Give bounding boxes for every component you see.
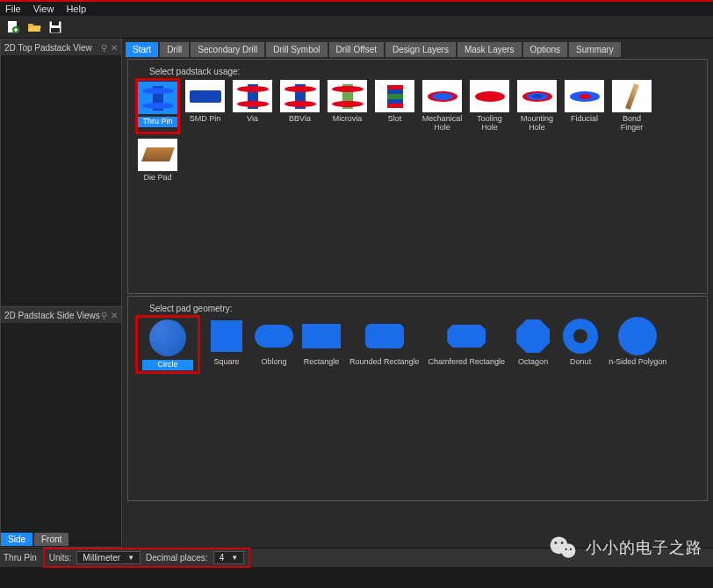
usage-mounting-hole[interactable]: Mounting Hole [516,80,558,133]
side-tab-side[interactable]: Side [1,533,32,546]
geom-octagon[interactable]: Octagon [514,317,552,367]
geom-shape [207,317,246,355]
usage-icon [422,80,462,112]
geom-label: n-Sided Polygon [609,358,666,367]
geom-shape [561,317,600,355]
panel-top-view: 2D Top Padstack View ⚲ ✕ [0,39,122,306]
usage-fiducial[interactable]: Fiducial [564,80,605,133]
usage-thru-pin[interactable]: Thru Pin [137,80,178,133]
usage-label: Via [247,115,258,124]
usage-via[interactable]: Via [232,80,273,133]
usage-label: Slot [388,115,402,124]
usage-label: Microvia [333,115,363,124]
usage-mechanical-hole[interactable]: Mechanical Hole [421,80,463,133]
pad-geometry-section: Select pad geometry: CircleSquareOblongR… [127,296,708,501]
usage-icon [280,80,320,112]
units-combo[interactable]: Millimeter▼ [76,551,140,564]
usage-label: Mounting Hole [516,115,558,133]
geom-shape [148,319,187,357]
usage-smd-pin[interactable]: SMD Pin [184,80,226,133]
geom-label: Rectangle [304,358,340,367]
decimal-label: Decimal places: [146,553,208,563]
open-icon[interactable] [25,18,44,37]
units-label: Units: [49,553,72,563]
chevron-down-icon: ▼ [231,554,238,562]
usage-bond-finger[interactable]: Bond Finger [611,80,652,133]
geom-rounded-rectangle[interactable]: Rounded Rectangle [349,317,420,367]
usage-die-pad[interactable]: Die Pad [137,139,178,183]
geom-label: Square [213,358,239,367]
tab-secondary-drill[interactable]: Secondary Drill [191,42,264,57]
usage-label: Tooling Hole [469,115,510,133]
units-group: Units: Millimeter▼ Decimal places: 4▼ [46,550,248,565]
geom-donut[interactable]: Donut [561,317,600,367]
panel-top-close-icon[interactable]: ✕ [111,43,118,53]
tab-start[interactable]: Start [126,42,158,57]
side-view-tabs: SideFront [1,533,121,546]
watermark: 小小的电子之路 [547,532,702,563]
side-tab-front[interactable]: Front [34,533,68,546]
watermark-text: 小小的电子之路 [586,537,702,558]
usage-label: Mechanical Hole [421,115,463,133]
usage-icon [328,80,367,112]
usage-slot[interactable]: Slot [374,80,415,133]
usage-icon [375,80,414,112]
geom-rectangle[interactable]: Rectangle [302,317,341,367]
geom-shape [447,317,486,355]
panel-side-title: 2D Padstack Side Views [4,311,100,320]
geom-chamfered-rectangle[interactable]: Chamfered Rectangle [429,317,506,367]
usage-microvia[interactable]: Microvia [327,80,368,133]
units-value: Millimeter [83,553,120,563]
menu-help[interactable]: Help [66,4,86,14]
svg-point-11 [570,549,572,550]
panel-side-pin-icon[interactable]: ⚲ [101,311,107,320]
usage-label: BBVia [289,115,311,124]
usage-label: Fiducial [571,115,598,124]
geometry-heading: Select pad geometry: [149,304,698,313]
usage-icon [185,80,225,112]
svg-point-9 [561,541,564,544]
tab-design-layers[interactable]: Design Layers [385,42,456,57]
menubar: File View Help [0,2,713,16]
usage-label: Thru Pin [138,117,177,127]
svg-point-10 [565,549,566,550]
geom-shape [302,317,341,355]
tab-drill-offset[interactable]: Drill Offset [329,42,385,57]
panel-top-pin-icon[interactable]: ⚲ [101,43,107,53]
save-icon[interactable] [46,18,65,37]
tab-drill[interactable]: Drill [160,42,189,57]
geom-shape [618,317,657,355]
panel-top-title: 2D Top Padstack View [4,43,92,53]
panel-side-views: 2D Padstack Side Views ⚲ ✕ SideFront [0,306,122,548]
geom-square[interactable]: Square [207,317,246,367]
geom-shape [514,317,552,355]
geom-label: Donut [570,358,591,367]
wechat-icon [547,532,579,563]
main-content: StartDrillSecondary DrillDrill SymbolDri… [122,39,713,548]
toolbar [0,16,713,39]
decimal-combo[interactable]: 4▼ [213,551,244,564]
geom-circle[interactable]: Circle [137,317,198,372]
tab-summary[interactable]: Summary [569,42,621,57]
padstack-usage-section: Select padstack usage: Thru PinSMD PinVi… [127,59,708,294]
tab-mask-layers[interactable]: Mask Layers [457,42,522,57]
menu-file[interactable]: File [5,4,21,14]
geom-shape [365,317,404,355]
geom-oblong[interactable]: Oblong [255,317,293,367]
usage-bbvia[interactable]: BBVia [279,80,320,133]
geom-label: Oblong [261,358,286,367]
svg-point-8 [554,541,557,544]
usage-label: Die Pad [143,174,171,183]
new-icon[interactable] [4,18,23,37]
geom-label: Chamfered Rectangle [429,358,506,367]
tab-options[interactable]: Options [523,42,567,57]
usage-tooling-hole[interactable]: Tooling Hole [469,80,510,133]
tab-drill-symbol[interactable]: Drill Symbol [266,42,327,57]
usage-icon [470,80,509,112]
panel-side-body [1,323,121,533]
status-padstack-type: Thru Pin [4,553,37,563]
geom-n-sided-polygon[interactable]: n-Sided Polygon [609,317,666,367]
panel-side-close-icon[interactable]: ✕ [111,311,118,320]
menu-view[interactable]: View [33,4,54,14]
usage-icon [233,80,272,112]
